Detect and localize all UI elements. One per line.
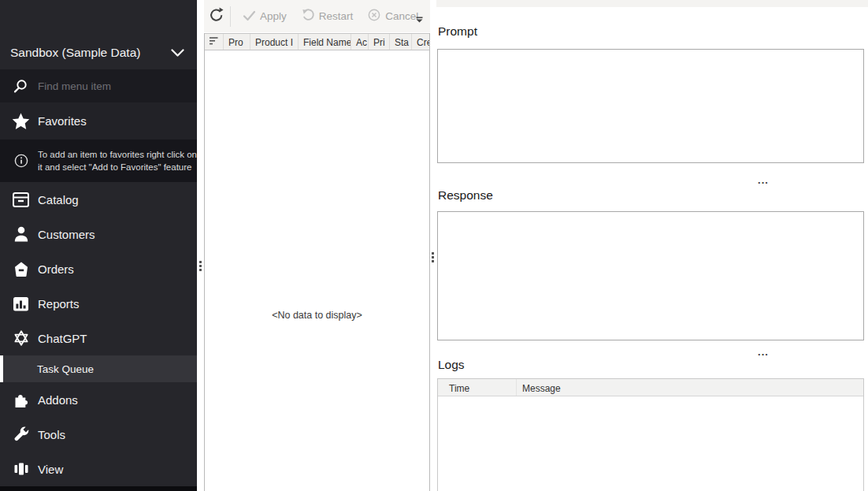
detail-panel: Prompt ... Response ... Logs Time Messag… [436,0,868,491]
check-icon [243,9,256,24]
tools-icon [11,425,31,444]
app-window: Sandbox (Sample Data) Favorites To add a… [0,0,868,491]
search-input[interactable] [38,80,172,92]
hamburger-icon [21,10,24,22]
splitter-dots-icon [199,261,202,273]
prompt-more-button[interactable]: ... [750,173,777,187]
favorites-label: Favorites [38,114,87,128]
sidebar-item-orders[interactable]: Orders [0,251,197,286]
sidebar-scroll-track [0,486,197,491]
search-icon [11,76,31,95]
view-icon [11,459,31,478]
sidebar-item-task-queue[interactable]: Task Queue [0,355,197,382]
workspace-label: Sandbox (Sample Data) [10,46,168,60]
catalog-icon [11,190,31,209]
sidebar-item-catalog[interactable]: Catalog [0,182,197,217]
prompt-textarea[interactable] [437,49,864,163]
refresh-icon [208,6,225,26]
sidebar-item-reports[interactable]: Reports [0,286,197,321]
column-header[interactable]: Product I [250,34,299,50]
grid-empty-text: <No data to display> [205,310,429,321]
column-header[interactable]: Crea [412,34,429,50]
customers-icon [11,225,31,244]
chevron-down-icon [168,43,187,62]
dropdown-caret-icon [416,13,423,25]
logs-grid: Time Message <No data to display> [437,378,864,491]
response-textarea[interactable] [437,211,864,340]
sidebar-item-addons[interactable]: Addons [0,382,197,417]
panel-top-strip [436,0,868,7]
toolbar: Apply Restart Cancel [204,0,430,32]
filter-rows-icon [209,35,219,48]
logs-label: Logs [438,358,465,372]
sidebar-menu: Catalog Customers Orders Reports [0,182,197,486]
info-icon [11,151,31,170]
refresh-button[interactable] [206,6,227,27]
sidebar-item-chatgpt[interactable]: ChatGPT [0,321,197,355]
task-queue-panel: Apply Restart Cancel [204,0,430,491]
column-header[interactable]: Field Name [299,34,351,50]
restart-icon [301,8,315,24]
prompt-label: Prompt [438,24,477,39]
apply-button[interactable]: Apply [236,5,294,28]
toolbar-separator [230,6,231,27]
column-header[interactable]: Ac [351,34,369,50]
column-header-message[interactable]: Message [517,379,863,396]
reports-icon [11,294,31,313]
cancel-circle-icon [367,8,381,24]
column-header[interactable]: Pri [369,34,390,50]
logs-grid-header: Time Message [438,378,863,396]
menu-search [0,69,197,102]
workspace-selector[interactable]: Sandbox (Sample Data) [0,38,197,68]
orders-icon [11,259,31,278]
task-grid-header: Pro Product I Field Name Ac Pri Sta Crea [205,33,429,50]
mid-splitter-handle[interactable] [430,0,436,491]
grid-filter-button[interactable] [205,34,224,50]
star-icon [11,112,31,131]
splitter-dots-icon [432,252,434,264]
column-header-time[interactable]: Time [438,379,517,396]
chatgpt-icon [11,329,31,348]
column-header[interactable]: Sta [390,34,412,50]
sidebar: Sandbox (Sample Data) Favorites To add a… [0,0,197,491]
sidebar-item-favorites[interactable]: Favorites [0,102,197,139]
sidebar-item-tools[interactable]: Tools [0,417,197,452]
toolbar-overflow-button[interactable] [414,12,425,27]
favorites-hint: To add an item to favorites right click … [0,139,197,182]
task-grid: Pro Product I Field Name Ac Pri Sta Crea… [204,33,430,491]
left-splitter-handle[interactable] [197,0,204,491]
hamburger-menu-button[interactable] [10,6,34,26]
column-header[interactable]: Pro [224,34,250,50]
restart-button[interactable]: Restart [294,5,361,28]
favorites-hint-text: To add an item to favorites right click … [38,148,197,173]
sidebar-item-view[interactable]: View [0,452,197,486]
response-more-button[interactable]: ... [750,345,777,359]
sidebar-item-customers[interactable]: Customers [0,217,197,251]
response-label: Response [438,188,493,203]
addons-icon [11,390,31,409]
